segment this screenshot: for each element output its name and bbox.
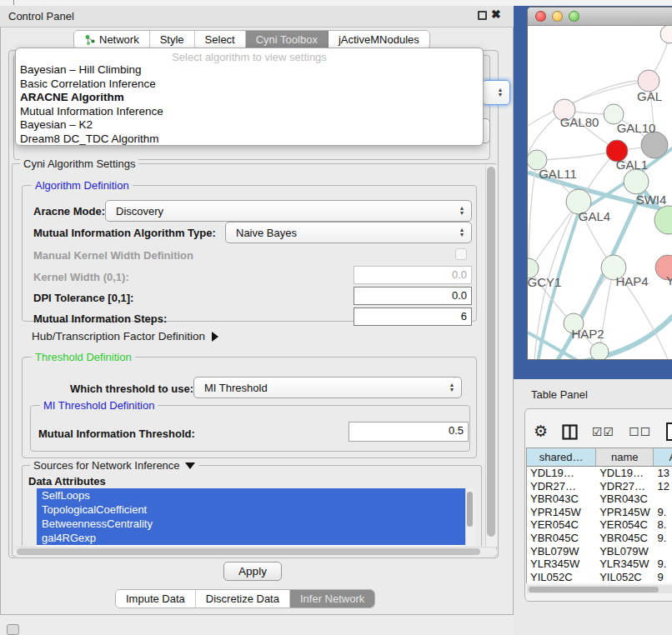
algorithm-combo[interactable]: ▲▼ [482, 80, 510, 105]
select-all-checkboxes-icon[interactable]: ☑☑ [592, 425, 614, 438]
algorithm-option[interactable]: Bayesian – K2 [16, 118, 483, 132]
close-traffic-light-icon[interactable] [535, 11, 546, 22]
table-row[interactable]: YBR043CYBR043C [527, 492, 672, 506]
network-edge[interactable] [537, 151, 617, 160]
cyni-settings-title: Cyni Algorithm Settings [20, 158, 138, 170]
network-node[interactable] [624, 169, 649, 194]
attribute-list-item[interactable]: TopologicalCoefficient [37, 502, 465, 517]
zoom-traffic-light-icon[interactable] [569, 11, 579, 22]
column-header[interactable]: A [654, 448, 672, 466]
network-node[interactable] [590, 342, 609, 360]
gear-icon[interactable]: ⚙ [534, 423, 548, 440]
mi-type-value: Naive Bayes [236, 227, 297, 239]
attribute-list-item[interactable]: BetweennessCentrality [37, 517, 465, 531]
close-icon[interactable]: ✖ [491, 8, 501, 21]
node-label: HAP4 [615, 274, 648, 288]
node-label: GCY1 [528, 275, 561, 289]
algorithm-option[interactable]: Basic Correlation Inference [16, 78, 483, 92]
network-node[interactable] [660, 26, 672, 43]
combo-stepper-icon: ▲▼ [457, 201, 467, 221]
sources-group-title[interactable]: Sources for Network Inference [30, 459, 198, 472]
network-edge[interactable] [564, 81, 649, 110]
table-row[interactable]: YDR27…YDR27…12 [527, 480, 672, 493]
control-panel-titlebar [0, 6, 514, 28]
tab-cyni-toolbox[interactable]: Cyni Toolbox [246, 31, 328, 48]
mi-threshold-label: Mutual Information Threshold: [38, 428, 195, 440]
aracne-mode-combo[interactable]: Discovery ▲▼ [105, 200, 472, 222]
table-cell: 13 [654, 467, 672, 480]
which-threshold-label: Which threshold to use: [70, 382, 193, 395]
expand-arrow-icon [212, 332, 218, 342]
tab-discretize-data[interactable]: Discretize Data [196, 590, 290, 608]
table-body: YDL19…YDL19…13YDR27…YDR27…12YBR043CYBR04… [527, 467, 672, 583]
apply-button[interactable]: Apply [223, 562, 282, 581]
table-panel-title: Table Panel [531, 388, 588, 401]
dpi-tolerance-field[interactable]: 0.0 [354, 287, 472, 305]
node-label: GAL [637, 89, 662, 103]
table-row[interactable]: YIL052CYIL052C9 [527, 571, 672, 584]
minimize-traffic-light-icon[interactable] [552, 11, 563, 22]
table-header-row: shared…nameA [527, 448, 672, 467]
mi-threshold-field[interactable]: 0.5 [349, 422, 469, 442]
which-threshold-combo[interactable]: MI Threshold ▲▼ [193, 377, 462, 398]
tab-impute-data[interactable]: Impute Data [116, 590, 196, 608]
table-cell: YER054C [527, 518, 596, 532]
table-row[interactable]: YBL079WYBL079W [527, 545, 672, 558]
table-cell: YPR145W [527, 506, 596, 519]
table-row[interactable]: YER054CYER054C8. [527, 518, 672, 532]
mi-steps-field[interactable]: 6 [354, 308, 472, 326]
top-strip [0, 0, 672, 6]
table-row[interactable]: YPR145WYPR145W9. [527, 506, 672, 519]
column-header[interactable]: name [596, 448, 654, 466]
mi-type-combo[interactable]: Naive Bayes ▲▼ [225, 222, 472, 243]
tab-network[interactable]: Network [74, 31, 150, 48]
algorithm-option[interactable]: Dream8 DC_TDC Algorithm [16, 132, 483, 147]
combo-stepper-icon: ▲▼ [457, 222, 467, 242]
table-cell: YLR345W [527, 558, 596, 571]
top-tick [13, 0, 14, 5]
dpi-tolerance-label: DPI Tolerance [0,1]: [33, 292, 133, 304]
table-cell: YDL19… [527, 467, 596, 480]
table-hscrollbar-thumb[interactable] [529, 587, 659, 592]
network-node[interactable] [654, 206, 672, 234]
column-header[interactable]: shared… [527, 448, 596, 466]
manual-kernel-checkbox[interactable] [455, 248, 467, 260]
float-window-icon[interactable] [478, 11, 487, 20]
settings-hscrollbar-thumb[interactable] [17, 548, 480, 555]
algorithm-option[interactable]: Mutual Information Inference [16, 105, 483, 119]
minimized-panel-icon[interactable] [7, 624, 19, 635]
table-cell: 12 [654, 480, 672, 493]
split-columns-icon[interactable] [562, 424, 578, 440]
algorithm-option[interactable]: Bayesian – Hill Climbing [16, 63, 483, 78]
algorithm-option[interactable]: ARACNE Algorithm [16, 91, 483, 105]
kernel-width-field[interactable]: 0.0 [354, 266, 472, 284]
tab-select[interactable]: Select [195, 31, 246, 48]
network-node[interactable] [641, 132, 668, 158]
control-panel-title: Control Panel [8, 10, 74, 22]
aracne-mode-value: Discovery [116, 205, 163, 218]
hub-definition-expander[interactable]: Hub/Transcription Factor Definition [32, 330, 218, 342]
algorithm-definition-title: Algorithm Definition [32, 179, 133, 192]
table-cell: YDR27… [596, 480, 654, 493]
attribute-list-item[interactable]: SelfLoops [37, 488, 465, 502]
table-row[interactable]: YDL19…YDL19…13 [527, 467, 672, 480]
table-row[interactable]: YLR345WYLR345W9. [527, 558, 672, 571]
attribute-list-item[interactable]: gal4RGexp [37, 531, 465, 545]
tab-jactivemnodules[interactable]: jActiveMNodules [328, 31, 429, 48]
table-cell [654, 545, 672, 558]
network-canvas[interactable]: GALGAL80GAL10GAL11GAL1SWI4GAL4GCY1HAP4YH… [528, 26, 672, 360]
aracne-mode-label: Aracne Mode: [33, 205, 105, 218]
table-cell: YDL19… [596, 467, 654, 480]
data-attributes-list[interactable]: SelfLoopsTopologicalCoefficientBetweenne… [37, 488, 465, 547]
settings-scrollbar-thumb[interactable] [487, 167, 495, 537]
table-row[interactable]: YBR045CYBR045C9. [527, 532, 672, 545]
table-cell: YBR045C [527, 532, 596, 545]
deselect-checkboxes-icon[interactable]: ☐☐ [629, 425, 651, 438]
tab-style[interactable]: Style [150, 31, 195, 48]
attributes-scrollbar-thumb[interactable] [467, 492, 473, 527]
table-cell: YIL052C [527, 571, 596, 584]
document-icon[interactable] [665, 422, 672, 441]
tab-infer-network[interactable]: Infer Network [290, 590, 374, 608]
mi-type-label: Mutual Information Algorithm Type: [33, 227, 216, 239]
tab-infer-network-label: Infer Network [300, 592, 364, 605]
